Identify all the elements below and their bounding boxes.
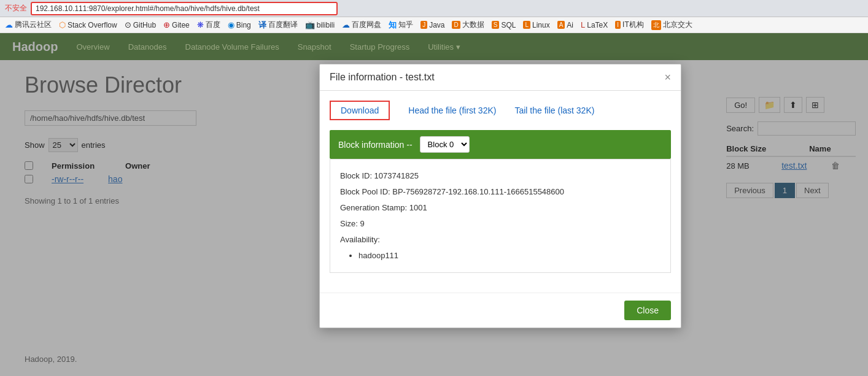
bookmark-latex[interactable]: L LaTeX <box>581 20 608 29</box>
main-content: Hadoop Overview Datanodes Datanode Volum… <box>0 33 868 376</box>
tail-file-link[interactable]: Tail the file (last 32K) <box>514 106 594 115</box>
security-label: 不安全 <box>5 3 27 13</box>
bookmark-bing[interactable]: ◉ Bing <box>228 20 251 29</box>
modal-footer: Close <box>320 293 681 328</box>
availability-list: hadoop111 <box>340 248 661 264</box>
block-select[interactable]: Block 0 <box>420 136 470 153</box>
bookmark-bilibili[interactable]: 📺 bilibili <box>305 20 335 29</box>
bookmark-bigdata[interactable]: D 大数据 <box>452 20 484 30</box>
block-details: Block ID: 1073741825 Block Pool ID: BP-7… <box>330 159 671 273</box>
bookmark-baidupan[interactable]: ☁ 百度网盘 <box>342 20 381 30</box>
bookmark-sql[interactable]: S SQL <box>492 21 516 29</box>
modal-header: File information - test.txt × <box>320 64 681 91</box>
close-button[interactable]: Close <box>624 301 671 320</box>
download-link[interactable]: Download <box>330 101 390 120</box>
block-id: Block ID: 1073741825 <box>340 168 661 184</box>
block-pool-id: Block Pool ID: BP-756928727-192.168.10.1… <box>340 184 661 200</box>
bookmark-zhihu[interactable]: 知 知乎 <box>389 20 413 31</box>
bookmark-ai[interactable]: A Ai <box>557 21 573 29</box>
size: Size: 9 <box>340 216 661 232</box>
modal-title: File information - test.txt <box>330 72 435 83</box>
block-info-bar: Block information -- Block 0 <box>330 130 671 159</box>
bookmark-gitee[interactable]: ⊕ Gitee <box>163 20 190 29</box>
bookmark-linux[interactable]: L Linux <box>523 21 549 29</box>
address-bar[interactable]: 192.168.10.111:9870/explorer.html#/home/… <box>31 2 338 15</box>
bookmark-fanyi[interactable]: 译 百度翻译 <box>258 20 298 31</box>
bookmark-stackoverflow[interactable]: ⬡ Stack Overflow <box>59 20 117 29</box>
bookmark-java[interactable]: J Java <box>420 21 444 29</box>
bookmark-bjjiaotong[interactable]: 北 北京交大 <box>651 20 692 30</box>
modal-close-x[interactable]: × <box>664 72 671 83</box>
bookmark-baidu[interactable]: ❋ 百度 <box>197 20 220 30</box>
bookmarks-bar: ☁ 腾讯云社区 ⬡ Stack Overflow ⊙ GitHub ⊕ Gite… <box>0 17 868 33</box>
head-file-link[interactable]: Head the file (first 32K) <box>408 106 496 115</box>
bookmark-itmachine[interactable]: I IT机构 <box>615 20 643 30</box>
bookmark-github[interactable]: ⊙ GitHub <box>125 20 156 29</box>
modal-links: Download Head the file (first 32K) Tail … <box>330 101 671 120</box>
block-info-label: Block information -- <box>338 140 413 150</box>
availability-item-0: hadoop111 <box>358 248 661 264</box>
modal-body: Download Head the file (first 32K) Tail … <box>320 91 681 293</box>
bookmark-tengxun[interactable]: ☁ 腾讯云社区 <box>5 20 52 30</box>
file-info-modal: File information - test.txt × Download H… <box>319 64 681 328</box>
browser-bar: 不安全 192.168.10.111:9870/explorer.html#/h… <box>0 0 868 17</box>
availability-label: Availability: <box>340 232 661 248</box>
generation-stamp: Generation Stamp: 1001 <box>340 200 661 216</box>
